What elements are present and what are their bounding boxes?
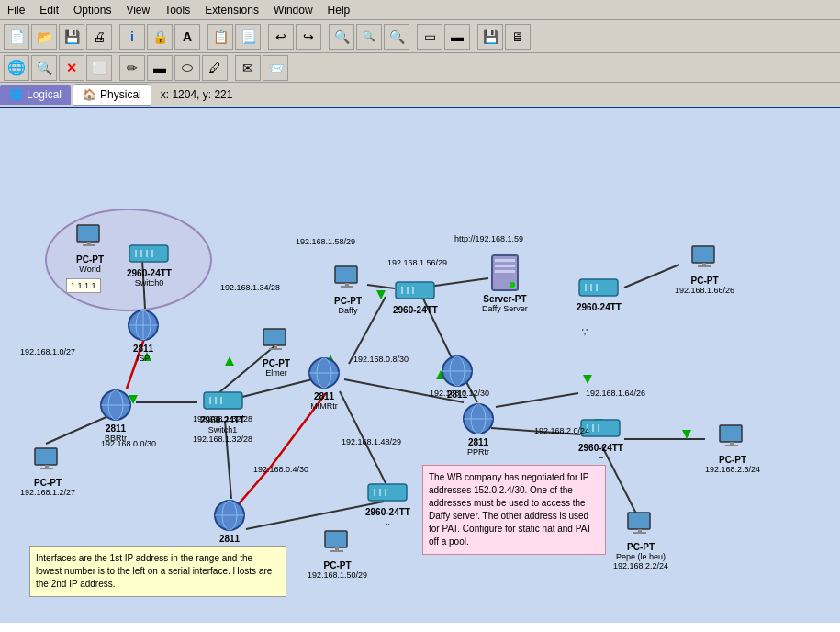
svg-rect-68 <box>396 282 434 299</box>
device-pc-daffy[interactable]: PC-PT Daffy <box>333 265 363 315</box>
rect3-button[interactable]: ▬ <box>147 55 173 81</box>
device-bbrtr[interactable]: 2811 BBRtr <box>99 389 132 443</box>
pc-leftbottom-ip: 192.168.1.2/27 <box>20 488 75 497</box>
menubar: File Edit Options View Tools Extensions … <box>0 0 840 20</box>
svg-rect-90 <box>579 279 618 296</box>
zoom-in-button[interactable]: 🔍 <box>329 24 354 50</box>
search-button[interactable]: 🔍 <box>31 55 57 81</box>
open-button[interactable]: 📂 <box>31 24 57 50</box>
print-button[interactable]: 🖨 <box>86 24 112 50</box>
menu-file[interactable]: File <box>0 2 32 18</box>
svg-rect-102 <box>730 442 734 445</box>
mail-button[interactable]: ✉ <box>235 55 261 81</box>
server-label: Daffy Server <box>482 304 528 313</box>
pprtr-label: PPRtr <box>462 447 495 457</box>
svg-rect-75 <box>495 270 515 273</box>
save-button[interactable]: 💾 <box>59 24 84 50</box>
pc-pepe-ip: 192.168.2.2/24 <box>613 561 668 570</box>
ip-label-7: 192.168.0.12/30 <box>430 389 489 398</box>
info-box-pink: The WB company has negotiated for IP add… <box>422 465 606 555</box>
pc-daffy-label: Daffy <box>333 306 363 315</box>
save2-button[interactable]: 💾 <box>477 24 503 50</box>
menu-view[interactable]: View <box>118 2 157 18</box>
device-switch-daffy[interactable]: 2960-24TT <box>393 281 438 315</box>
redo-button[interactable]: ↪ <box>296 24 321 50</box>
isp-name: 2811 <box>127 344 160 354</box>
pprtr-icon <box>462 402 495 435</box>
ip-label-13: ',' <box>582 327 588 336</box>
undo-button[interactable]: ↩ <box>268 24 294 50</box>
switch0-icon <box>129 244 169 266</box>
svg-rect-83 <box>368 484 407 501</box>
bbrtr-name: 2811 <box>99 423 132 434</box>
svg-rect-35 <box>87 242 91 244</box>
zoom-reset-button[interactable]: 🔍 <box>356 24 382 50</box>
ip-label-12: 192.168.1.64/26 <box>586 389 645 398</box>
svg-rect-49 <box>35 448 57 465</box>
device-server-daffy[interactable]: Server-PT Daffy Server <box>482 254 528 313</box>
pc-right2-name: PC-PT <box>705 455 760 465</box>
device-pc-world[interactable]: PC-PT World <box>75 223 105 274</box>
svg-rect-106 <box>633 532 646 534</box>
switch2960a-icon <box>367 483 408 505</box>
switch0-name: 2960-24TT <box>127 268 172 278</box>
ertr-icon <box>213 499 246 532</box>
pc-leftbottom-name: PC-PT <box>20 478 75 488</box>
rect-button[interactable]: ▭ <box>417 24 442 50</box>
svg-rect-87 <box>325 531 347 547</box>
ellipse-button[interactable]: ⬭ <box>174 55 200 81</box>
device-mtmrtr[interactable]: 2811 MtMRtr <box>308 356 341 411</box>
svg-rect-103 <box>725 445 738 446</box>
svg-rect-50 <box>45 465 49 468</box>
tab-physical[interactable]: 🏠 Physical <box>73 84 151 106</box>
monitor-button[interactable]: 🖥 <box>505 24 531 50</box>
pen-button[interactable]: 🖊 <box>202 55 228 81</box>
svg-marker-28 <box>583 375 592 384</box>
device-pc-right1[interactable]: PC-PT 192.168.1.66/26 <box>675 244 734 295</box>
switch2960d-name: 2960-24TT <box>577 302 622 312</box>
switch2960d-icon <box>578 278 619 300</box>
svg-rect-52 <box>204 392 242 409</box>
select-button[interactable]: ⬜ <box>86 55 112 81</box>
lock-button[interactable]: 🔒 <box>147 24 173 50</box>
tab-logical[interactable]: 🌐 Logical <box>0 85 71 105</box>
pencil-button[interactable]: ✏ <box>119 55 145 81</box>
paste-button[interactable]: 📃 <box>235 24 261 50</box>
device-pc-bottom[interactable]: PC-PT 192.168.1.50/29 <box>308 529 367 580</box>
svg-rect-101 <box>720 425 742 442</box>
pc-bottom-ip: 192.168.1.50/29 <box>308 570 367 580</box>
menu-options[interactable]: Options <box>66 2 118 18</box>
svg-rect-104 <box>628 513 650 529</box>
menu-extensions[interactable]: Extensions <box>197 2 266 18</box>
font-button[interactable]: A <box>174 24 200 50</box>
cancel-button[interactable]: ✕ <box>59 55 84 81</box>
svg-line-9 <box>367 285 395 288</box>
switch1-label: Switch1 <box>193 425 252 434</box>
mail2-button[interactable]: 📨 <box>263 55 288 81</box>
info-button[interactable]: i <box>119 24 145 50</box>
device-pc-elmer[interactable]: PC-PT Elmer <box>262 327 291 378</box>
network-canvas[interactable]: PC-PT World 1.1.1.1 2960-24TT Switch0 28… <box>0 108 840 623</box>
device-pprtr[interactable]: 2811 PPRtr <box>462 402 495 457</box>
copy-button[interactable]: 📋 <box>207 24 233 50</box>
device-pc-leftbottom[interactable]: PC-PT 192.168.1.2/27 <box>20 446 75 497</box>
menu-edit[interactable]: Edit <box>32 2 66 18</box>
zoom-out-button[interactable]: 🔍 <box>384 24 409 50</box>
device-pc-right2[interactable]: PC-PT 192.168.2.3/24 <box>705 423 760 474</box>
device-pc-pepe[interactable]: PC-PT Pepe (le beu) 192.168.2.2/24 <box>613 511 668 570</box>
pc-elmer-icon <box>262 327 291 356</box>
switch1-icon <box>203 391 243 413</box>
device-switch0[interactable]: 2960-24TT Switch0 <box>127 244 172 288</box>
pc-pepe-label: Pepe (le beu) <box>613 552 668 561</box>
globe-icon[interactable]: 🌐 <box>4 55 29 81</box>
rect2-button[interactable]: ▬ <box>444 24 470 50</box>
menu-help[interactable]: Help <box>320 2 358 18</box>
device-switch2960a[interactable]: 2960-24TT .. <box>365 483 410 526</box>
device-isp[interactable]: 2811 ISP <box>127 309 160 363</box>
svg-marker-30 <box>682 430 691 439</box>
device-switch2960d[interactable]: 2960-24TT <box>577 278 622 312</box>
menu-window[interactable]: Window <box>266 2 320 18</box>
ip-label-1: 192.168.1.34/28 <box>220 283 280 292</box>
menu-tools[interactable]: Tools <box>157 2 197 18</box>
new-button[interactable]: 📄 <box>4 24 29 50</box>
